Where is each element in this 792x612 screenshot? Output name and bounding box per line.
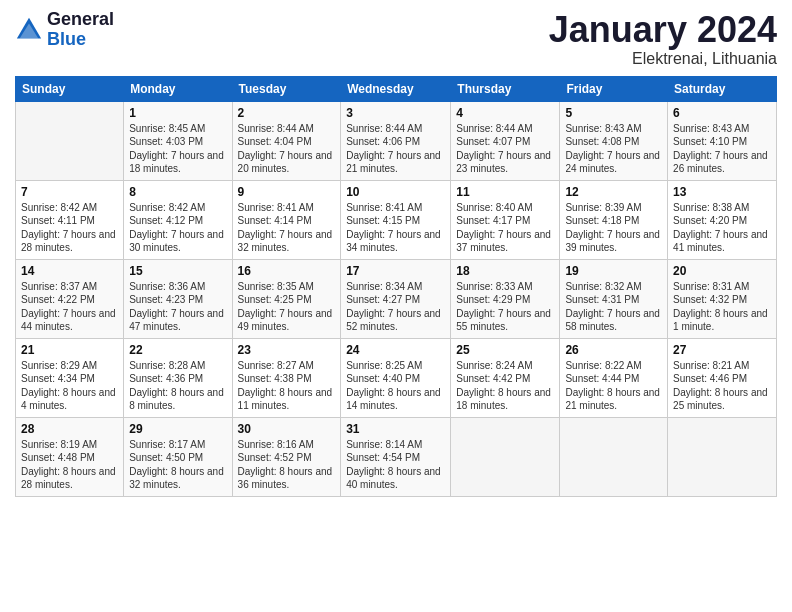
calendar-week-5: 28Sunrise: 8:19 AMSunset: 4:48 PMDayligh… [16, 417, 777, 496]
day-info: Sunrise: 8:44 AMSunset: 4:04 PMDaylight:… [238, 122, 336, 176]
month-title: January 2024 [549, 10, 777, 50]
day-info: Sunrise: 8:21 AMSunset: 4:46 PMDaylight:… [673, 359, 771, 413]
calendar-table: Sunday Monday Tuesday Wednesday Thursday… [15, 76, 777, 497]
day-number: 5 [565, 106, 662, 120]
day-info: Sunrise: 8:42 AMSunset: 4:12 PMDaylight:… [129, 201, 226, 255]
day-number: 29 [129, 422, 226, 436]
logo-general: General [47, 10, 114, 30]
day-number: 7 [21, 185, 118, 199]
calendar-cell: 25Sunrise: 8:24 AMSunset: 4:42 PMDayligh… [451, 338, 560, 417]
day-number: 11 [456, 185, 554, 199]
calendar-cell: 29Sunrise: 8:17 AMSunset: 4:50 PMDayligh… [124, 417, 232, 496]
day-info: Sunrise: 8:24 AMSunset: 4:42 PMDaylight:… [456, 359, 554, 413]
day-info: Sunrise: 8:42 AMSunset: 4:11 PMDaylight:… [21, 201, 118, 255]
calendar-cell: 5Sunrise: 8:43 AMSunset: 4:08 PMDaylight… [560, 101, 668, 180]
calendar-cell: 6Sunrise: 8:43 AMSunset: 4:10 PMDaylight… [668, 101, 777, 180]
day-info: Sunrise: 8:14 AMSunset: 4:54 PMDaylight:… [346, 438, 445, 492]
logo-blue: Blue [47, 30, 114, 50]
calendar-cell [16, 101, 124, 180]
calendar-cell: 13Sunrise: 8:38 AMSunset: 4:20 PMDayligh… [668, 180, 777, 259]
day-info: Sunrise: 8:17 AMSunset: 4:50 PMDaylight:… [129, 438, 226, 492]
day-number: 26 [565, 343, 662, 357]
calendar-week-3: 14Sunrise: 8:37 AMSunset: 4:22 PMDayligh… [16, 259, 777, 338]
day-info: Sunrise: 8:37 AMSunset: 4:22 PMDaylight:… [21, 280, 118, 334]
calendar-cell: 7Sunrise: 8:42 AMSunset: 4:11 PMDaylight… [16, 180, 124, 259]
calendar-cell: 3Sunrise: 8:44 AMSunset: 4:06 PMDaylight… [341, 101, 451, 180]
header: General Blue January 2024 Elektrenai, Li… [15, 10, 777, 68]
title-area: January 2024 Elektrenai, Lithuania [549, 10, 777, 68]
calendar-cell: 27Sunrise: 8:21 AMSunset: 4:46 PMDayligh… [668, 338, 777, 417]
day-number: 8 [129, 185, 226, 199]
calendar-cell: 10Sunrise: 8:41 AMSunset: 4:15 PMDayligh… [341, 180, 451, 259]
calendar-cell: 30Sunrise: 8:16 AMSunset: 4:52 PMDayligh… [232, 417, 341, 496]
day-number: 31 [346, 422, 445, 436]
header-wednesday: Wednesday [341, 76, 451, 101]
day-number: 19 [565, 264, 662, 278]
calendar-week-2: 7Sunrise: 8:42 AMSunset: 4:11 PMDaylight… [16, 180, 777, 259]
day-info: Sunrise: 8:45 AMSunset: 4:03 PMDaylight:… [129, 122, 226, 176]
day-number: 6 [673, 106, 771, 120]
day-info: Sunrise: 8:36 AMSunset: 4:23 PMDaylight:… [129, 280, 226, 334]
day-info: Sunrise: 8:40 AMSunset: 4:17 PMDaylight:… [456, 201, 554, 255]
day-info: Sunrise: 8:44 AMSunset: 4:06 PMDaylight:… [346, 122, 445, 176]
day-number: 23 [238, 343, 336, 357]
calendar-cell [451, 417, 560, 496]
logo-area: General Blue [15, 10, 114, 50]
day-number: 15 [129, 264, 226, 278]
calendar-cell: 4Sunrise: 8:44 AMSunset: 4:07 PMDaylight… [451, 101, 560, 180]
calendar-cell: 17Sunrise: 8:34 AMSunset: 4:27 PMDayligh… [341, 259, 451, 338]
day-number: 18 [456, 264, 554, 278]
calendar-cell: 20Sunrise: 8:31 AMSunset: 4:32 PMDayligh… [668, 259, 777, 338]
header-thursday: Thursday [451, 76, 560, 101]
calendar-cell: 2Sunrise: 8:44 AMSunset: 4:04 PMDaylight… [232, 101, 341, 180]
calendar-cell: 1Sunrise: 8:45 AMSunset: 4:03 PMDaylight… [124, 101, 232, 180]
calendar-cell: 23Sunrise: 8:27 AMSunset: 4:38 PMDayligh… [232, 338, 341, 417]
day-info: Sunrise: 8:44 AMSunset: 4:07 PMDaylight:… [456, 122, 554, 176]
day-info: Sunrise: 8:41 AMSunset: 4:14 PMDaylight:… [238, 201, 336, 255]
calendar-cell: 11Sunrise: 8:40 AMSunset: 4:17 PMDayligh… [451, 180, 560, 259]
location-subtitle: Elektrenai, Lithuania [549, 50, 777, 68]
day-number: 28 [21, 422, 118, 436]
calendar-cell: 8Sunrise: 8:42 AMSunset: 4:12 PMDaylight… [124, 180, 232, 259]
day-info: Sunrise: 8:33 AMSunset: 4:29 PMDaylight:… [456, 280, 554, 334]
day-number: 21 [21, 343, 118, 357]
day-number: 25 [456, 343, 554, 357]
header-friday: Friday [560, 76, 668, 101]
day-info: Sunrise: 8:31 AMSunset: 4:32 PMDaylight:… [673, 280, 771, 334]
day-info: Sunrise: 8:22 AMSunset: 4:44 PMDaylight:… [565, 359, 662, 413]
calendar-cell: 9Sunrise: 8:41 AMSunset: 4:14 PMDaylight… [232, 180, 341, 259]
day-number: 24 [346, 343, 445, 357]
calendar-cell [668, 417, 777, 496]
day-number: 9 [238, 185, 336, 199]
day-info: Sunrise: 8:16 AMSunset: 4:52 PMDaylight:… [238, 438, 336, 492]
day-number: 4 [456, 106, 554, 120]
calendar-week-1: 1Sunrise: 8:45 AMSunset: 4:03 PMDaylight… [16, 101, 777, 180]
calendar-page: General Blue January 2024 Elektrenai, Li… [0, 0, 792, 612]
day-info: Sunrise: 8:27 AMSunset: 4:38 PMDaylight:… [238, 359, 336, 413]
logo-icon [15, 16, 43, 44]
weekday-header-row: Sunday Monday Tuesday Wednesday Thursday… [16, 76, 777, 101]
calendar-cell: 26Sunrise: 8:22 AMSunset: 4:44 PMDayligh… [560, 338, 668, 417]
day-info: Sunrise: 8:38 AMSunset: 4:20 PMDaylight:… [673, 201, 771, 255]
calendar-cell: 18Sunrise: 8:33 AMSunset: 4:29 PMDayligh… [451, 259, 560, 338]
calendar-cell: 12Sunrise: 8:39 AMSunset: 4:18 PMDayligh… [560, 180, 668, 259]
calendar-cell: 14Sunrise: 8:37 AMSunset: 4:22 PMDayligh… [16, 259, 124, 338]
calendar-cell: 15Sunrise: 8:36 AMSunset: 4:23 PMDayligh… [124, 259, 232, 338]
calendar-cell: 16Sunrise: 8:35 AMSunset: 4:25 PMDayligh… [232, 259, 341, 338]
day-info: Sunrise: 8:39 AMSunset: 4:18 PMDaylight:… [565, 201, 662, 255]
day-number: 22 [129, 343, 226, 357]
calendar-cell: 22Sunrise: 8:28 AMSunset: 4:36 PMDayligh… [124, 338, 232, 417]
day-number: 27 [673, 343, 771, 357]
day-info: Sunrise: 8:32 AMSunset: 4:31 PMDaylight:… [565, 280, 662, 334]
day-number: 20 [673, 264, 771, 278]
day-number: 10 [346, 185, 445, 199]
calendar-cell: 19Sunrise: 8:32 AMSunset: 4:31 PMDayligh… [560, 259, 668, 338]
calendar-cell: 28Sunrise: 8:19 AMSunset: 4:48 PMDayligh… [16, 417, 124, 496]
calendar-cell [560, 417, 668, 496]
day-number: 14 [21, 264, 118, 278]
day-number: 2 [238, 106, 336, 120]
day-number: 3 [346, 106, 445, 120]
day-info: Sunrise: 8:28 AMSunset: 4:36 PMDaylight:… [129, 359, 226, 413]
day-info: Sunrise: 8:34 AMSunset: 4:27 PMDaylight:… [346, 280, 445, 334]
day-number: 17 [346, 264, 445, 278]
